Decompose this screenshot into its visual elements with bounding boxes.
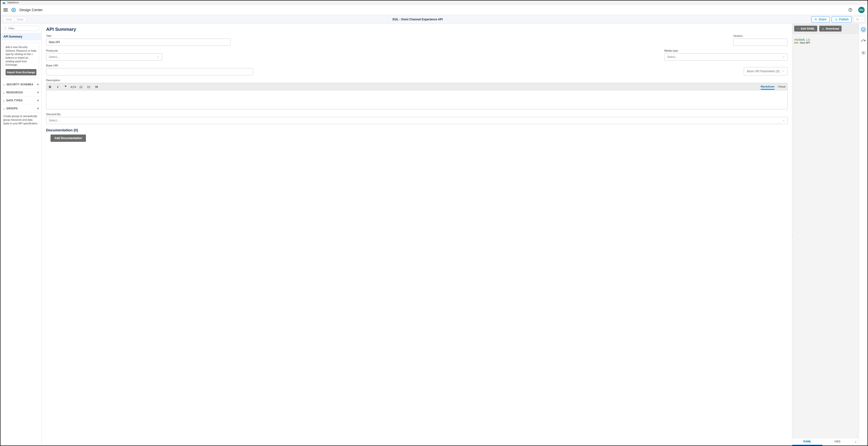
chevron-down-icon: [860, 18, 863, 21]
svg-point-7: [88, 86, 88, 86]
undo-button[interactable]: Undo: [3, 17, 14, 22]
filter-box: [2, 26, 39, 31]
code-button[interactable]: </>: [72, 85, 75, 89]
info-icon[interactable]: [860, 26, 867, 33]
raml-tab[interactable]: RAML: [792, 438, 823, 446]
unordered-list-button[interactable]: [87, 85, 91, 89]
svg-point-1: [13, 9, 14, 10]
mock-icon[interactable]: [861, 50, 866, 55]
add-documentation-button[interactable]: Add Documentation: [51, 135, 86, 142]
share-icon: [814, 18, 817, 21]
code-preview-pane: ⋮ Edit RAML Download #%RAML 1.0title: Ne…: [792, 24, 859, 446]
sidebar-section-security-schemes[interactable]: ⌄SECURITY SCHEMES +: [0, 80, 41, 89]
markdown-tab[interactable]: Markdown: [761, 84, 775, 90]
share-button[interactable]: Share: [811, 16, 830, 23]
description-label: Description: [46, 79, 788, 82]
sidebar-hint-text: Add a new Security Scheme, Resource or D…: [6, 45, 36, 67]
refresh-icon[interactable]: [861, 39, 866, 44]
settings-button[interactable]: [854, 16, 865, 22]
version-input[interactable]: [733, 38, 788, 46]
mediatype-select[interactable]: Select...: [664, 53, 788, 61]
securedby-label: Secured By: [46, 113, 788, 115]
add-resource-button[interactable]: +: [37, 91, 39, 94]
download-icon: [822, 27, 824, 30]
document-title: EGL - Omni Channel Experience API: [26, 18, 809, 21]
publish-button[interactable]: Publish: [832, 16, 852, 23]
svg-point-9: [88, 88, 88, 88]
download-button[interactable]: Download: [819, 26, 841, 32]
main-content: API Summary Title Version Protocols Sele…: [42, 24, 792, 446]
chevron-down-icon: [782, 56, 785, 59]
chevron-down-icon: ⌄: [3, 99, 5, 102]
user-avatar[interactable]: DU: [858, 7, 865, 13]
chevron-down-icon: ⌄: [3, 91, 5, 94]
help-icon[interactable]: [848, 8, 852, 12]
blockquote-button[interactable]: ❞: [64, 85, 67, 89]
sidebar-section-data-types[interactable]: ⌄DATA TYPES +: [0, 97, 41, 104]
filter-input[interactable]: [2, 26, 39, 31]
search-icon: [4, 27, 7, 30]
right-rail: [859, 24, 868, 446]
sidebar-groups-hint: Create groups to semantically group reso…: [0, 112, 41, 127]
baseuri-label: Base URI: [46, 64, 253, 67]
resize-handle[interactable]: ⋮: [791, 235, 794, 237]
description-toolbar: B I ❞ </> H Markdown Visual: [46, 83, 788, 91]
chevron-down-icon: [157, 56, 159, 59]
description-editor[interactable]: [46, 92, 788, 109]
app-header: Design Center DU: [0, 5, 868, 15]
svg-point-6: [5, 27, 6, 29]
add-security-scheme-button[interactable]: +: [37, 82, 39, 86]
sidebar-hint-card: Add a new Security Scheme, Resource or D…: [3, 43, 39, 78]
undo-redo-group: Undo Redo: [3, 17, 26, 22]
visual-tab[interactable]: Visual: [778, 84, 785, 90]
italic-button[interactable]: I: [56, 85, 59, 89]
code-pane-header: Edit RAML Download: [792, 24, 859, 34]
code-pane-footer: RAML OAS ›: [792, 438, 859, 446]
menu-icon[interactable]: [3, 8, 8, 12]
sidebar-section-groups[interactable]: ⌄GROUPS +: [0, 104, 41, 112]
heading-button[interactable]: H: [95, 85, 98, 89]
title-label: Title: [46, 34, 230, 37]
protocols-select[interactable]: Select...: [46, 53, 162, 61]
code-icon: [797, 27, 799, 30]
app-title: Design Center: [20, 8, 43, 12]
securedby-select[interactable]: Select...: [46, 117, 788, 124]
expand-arrow-button[interactable]: ›: [852, 438, 859, 446]
chevron-down-icon: [782, 119, 785, 122]
svg-point-4: [815, 19, 816, 19]
documentation-heading: Documentation (0): [46, 128, 788, 132]
publish-icon: [835, 18, 838, 21]
mediatype-label: Media type: [664, 49, 788, 52]
sidebar-section-resources[interactable]: ⌄RESOURCES +: [0, 89, 41, 97]
add-group-button[interactable]: +: [37, 106, 39, 110]
chevron-down-icon: ⌄: [3, 83, 5, 86]
cloud-icon: [2, 1, 6, 4]
add-data-type-button[interactable]: +: [37, 98, 39, 102]
gear-icon: [856, 18, 859, 21]
toolbar: Undo Redo EGL - Omni Channel Experience …: [0, 15, 868, 24]
svg-point-8: [88, 87, 88, 87]
chevron-right-icon: [782, 70, 784, 73]
sidebar-item-api-summary[interactable]: API Summary: [0, 33, 41, 40]
page-title: API Summary: [46, 27, 788, 32]
edit-raml-button[interactable]: Edit RAML: [794, 26, 817, 32]
sidebar: API Summary Add a new Security Scheme, R…: [0, 24, 42, 446]
oas-tab[interactable]: OAS: [823, 438, 852, 446]
baseuri-input[interactable]: [46, 68, 253, 75]
design-center-logo: [11, 7, 16, 12]
code-preview: #%RAML 1.0title: New API: [792, 34, 859, 438]
ordered-list-button[interactable]: [80, 85, 83, 89]
salesforce-brand-label: Salesforce: [7, 1, 19, 4]
import-from-exchange-button[interactable]: Import from Exchange: [6, 69, 36, 75]
version-label: Version: [733, 34, 788, 37]
title-input[interactable]: [46, 38, 230, 46]
redo-button[interactable]: Redo: [14, 17, 26, 22]
protocols-label: Protocols: [46, 49, 162, 52]
svg-point-12: [863, 53, 864, 53]
chevron-down-icon: ⌄: [3, 107, 5, 110]
bold-button[interactable]: B: [48, 85, 52, 89]
salesforce-bar: Salesforce: [0, 0, 868, 5]
svg-point-5: [857, 19, 858, 20]
baseuri-parameters-button[interactable]: Base URI Parameters (0): [744, 67, 788, 75]
